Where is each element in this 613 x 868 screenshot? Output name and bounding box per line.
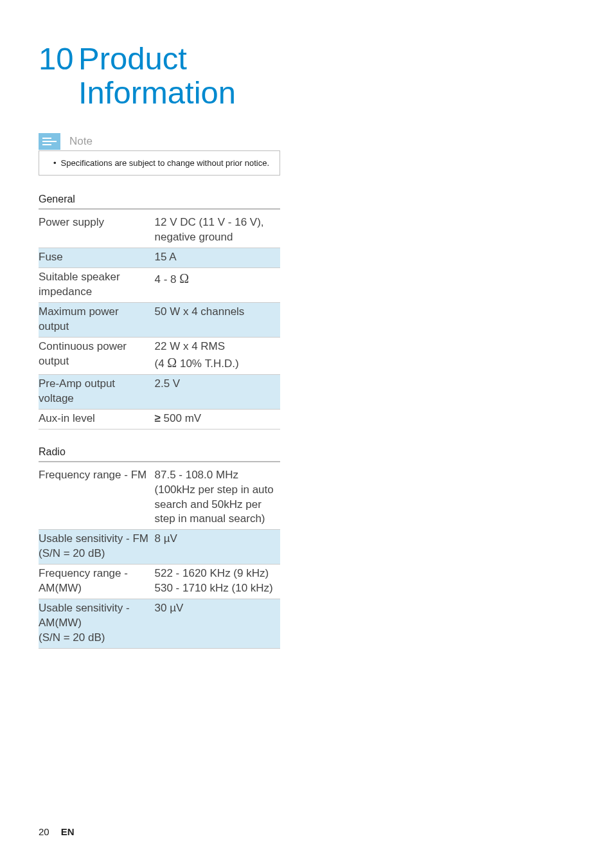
table-row: Power supply 12 V DC (11 V - 16 V), nega… bbox=[39, 213, 280, 248]
spec-label: Usable sensitivity - AM(MW) (S/N = 20 dB… bbox=[39, 599, 155, 649]
note-icon bbox=[39, 133, 60, 150]
note-label: Note bbox=[69, 135, 93, 148]
spec-label: Frequency range - AM(MW) bbox=[39, 565, 155, 599]
page-number: 20 bbox=[39, 826, 49, 837]
chapter-title-line2: Information bbox=[78, 75, 236, 110]
chapter-title: Product Information bbox=[78, 42, 236, 110]
table-row: Suitable speaker impedance 4 - 8 Ω bbox=[39, 268, 280, 303]
spec-label: Fuse bbox=[39, 248, 155, 268]
spec-value: 2.5 V bbox=[155, 374, 281, 409]
table-row: Frequency range - FM 87.5 - 108.0 MHz (1… bbox=[39, 466, 280, 530]
page-footer: 20 EN bbox=[39, 826, 75, 837]
section-heading-general: General bbox=[39, 194, 280, 210]
table-row: Pre-Amp output voltage 2.5 V bbox=[39, 374, 280, 409]
spec-value: 15 A bbox=[155, 248, 281, 268]
spec-value: 30 µV bbox=[155, 599, 281, 649]
spec-value: 4 - 8 Ω bbox=[155, 268, 281, 303]
note-box: Note Specifications are subject to chang… bbox=[39, 133, 280, 176]
note-bullet: Specifications are subject to change wit… bbox=[53, 158, 272, 169]
spec-label: Usable sensitivity - FM (S/N = 20 dB) bbox=[39, 530, 155, 565]
spec-label: Power supply bbox=[39, 213, 155, 248]
spec-value: 8 µV bbox=[155, 530, 281, 565]
table-row: Continuous power output 22 W x 4 RMS (4 … bbox=[39, 337, 280, 374]
spec-label: Frequency range - FM bbox=[39, 466, 155, 530]
svg-rect-1 bbox=[42, 141, 57, 142]
spec-value: 87.5 - 108.0 MHz (100kHz per step in aut… bbox=[155, 466, 281, 530]
svg-rect-2 bbox=[42, 144, 51, 145]
table-row: Usable sensitivity - AM(MW) (S/N = 20 dB… bbox=[39, 599, 280, 649]
chapter-title-line1: Product bbox=[78, 41, 187, 76]
table-row: Usable sensitivity - FM (S/N = 20 dB) 8 … bbox=[39, 530, 280, 565]
spec-value: ≥ 500 mV bbox=[155, 409, 281, 429]
spec-label: Continuous power output bbox=[39, 337, 155, 374]
spec-table-general: Power supply 12 V DC (11 V - 16 V), nega… bbox=[39, 213, 280, 429]
omega-symbol: Ω bbox=[167, 356, 177, 370]
spec-label: Suitable speaker impedance bbox=[39, 268, 155, 303]
chapter-heading: 10 Product Information bbox=[39, 42, 280, 110]
spec-value: 22 W x 4 RMS (4 Ω 10% T.H.D.) bbox=[155, 337, 281, 374]
svg-rect-0 bbox=[42, 138, 51, 139]
chapter-number: 10 bbox=[39, 42, 78, 110]
spec-value: 522 - 1620 KHz (9 kHz) 530 - 1710 kHz (1… bbox=[155, 565, 281, 599]
spec-value: 50 W x 4 channels bbox=[155, 303, 281, 338]
section-heading-radio: Radio bbox=[39, 446, 280, 462]
note-header: Note bbox=[39, 133, 280, 150]
page-language: EN bbox=[61, 826, 75, 837]
table-row: Fuse 15 A bbox=[39, 248, 280, 268]
spec-label: Maximum power output bbox=[39, 303, 155, 338]
table-row: Maximum power output 50 W x 4 channels bbox=[39, 303, 280, 338]
table-row: Frequency range - AM(MW) 522 - 1620 KHz … bbox=[39, 565, 280, 599]
spec-table-radio: Frequency range - FM 87.5 - 108.0 MHz (1… bbox=[39, 466, 280, 649]
geq-symbol: ≥ bbox=[155, 412, 161, 424]
spec-label: Pre-Amp output voltage bbox=[39, 374, 155, 409]
omega-symbol: Ω bbox=[179, 271, 189, 285]
spec-value: 12 V DC (11 V - 16 V), negative ground bbox=[155, 213, 281, 248]
note-body: Specifications are subject to change wit… bbox=[39, 150, 280, 176]
table-row: Aux-in level ≥ 500 mV bbox=[39, 409, 280, 429]
spec-label: Aux-in level bbox=[39, 409, 155, 429]
